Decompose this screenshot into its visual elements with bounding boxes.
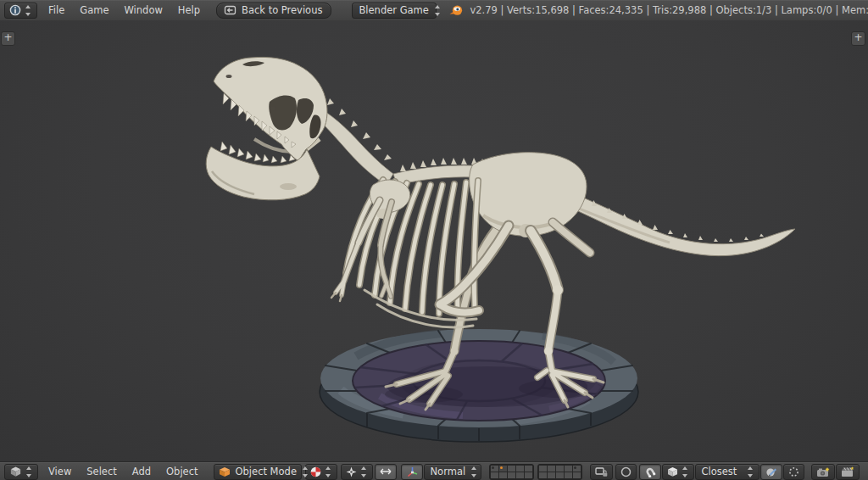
expand-toolshelf-button[interactable]: + — [1, 31, 15, 46]
menu-view[interactable]: View — [41, 466, 79, 477]
snap-element-dropdown[interactable] — [662, 464, 694, 480]
back-button-label: Back to Previous — [240, 4, 324, 16]
layer-cell-7[interactable] — [548, 472, 555, 478]
layer-cell-3[interactable] — [556, 466, 564, 472]
blender-logo-icon — [448, 4, 464, 17]
editor-type-selector-bottom[interactable] — [4, 464, 38, 480]
menu-select[interactable]: Select — [79, 466, 124, 477]
info-header: File Game Window Help Back to Previous B… — [0, 0, 868, 21]
dropdown-arrows-icon — [434, 5, 442, 16]
mode-dropdown[interactable]: Object Mode — [214, 464, 302, 480]
layer-cell-5[interactable] — [525, 466, 532, 472]
dropdown-arrows-icon — [682, 466, 689, 477]
orientation-value: Normal — [429, 466, 468, 477]
layer-cell-6[interactable] — [539, 472, 547, 478]
editor-info-icon — [9, 4, 21, 16]
transform-manipulator-toggle[interactable] — [401, 464, 423, 480]
opengl-render-anim-icon — [841, 466, 854, 477]
editor-3d-view-icon — [9, 466, 22, 477]
dropdown-arrows-icon — [747, 466, 754, 477]
layer-cell-4[interactable] — [565, 466, 572, 472]
layer-cell-1[interactable] — [539, 466, 547, 472]
opengl-render-image-button[interactable] — [811, 464, 835, 480]
expand-properties-button[interactable]: + — [851, 31, 865, 46]
layer-cell-5[interactable] — [573, 466, 581, 472]
snap-element-icon — [667, 466, 678, 477]
snap-align-rotation-button[interactable] — [783, 464, 804, 480]
proportional-edit-button[interactable] — [615, 464, 637, 480]
viewport-scene — [0, 20, 868, 461]
layer-cell-7[interactable] — [499, 472, 507, 478]
menu-file[interactable]: File — [41, 4, 72, 16]
layer-cell-9[interactable] — [516, 472, 524, 478]
stone-pedestal — [320, 329, 638, 442]
back-to-previous-button[interactable]: Back to Previous — [216, 3, 331, 19]
pivot-point-dropdown[interactable] — [341, 464, 373, 480]
dropdown-arrows-icon — [360, 466, 368, 477]
layer-cell-1[interactable] — [491, 466, 498, 472]
layers-widget — [489, 464, 582, 480]
trex-ribcage — [346, 180, 478, 327]
dropdown-arrows-icon — [325, 466, 332, 477]
editor-type-selector-top[interactable] — [4, 3, 37, 19]
proportional-edit-icon — [620, 466, 632, 477]
snap-self-button[interactable] — [760, 464, 782, 480]
menu-game[interactable]: Game — [72, 4, 116, 16]
snap-target-dropdown[interactable]: Closest — [695, 464, 760, 480]
snap-magnet-icon — [644, 466, 656, 477]
dropdown-arrows-icon — [25, 466, 33, 477]
dropdown-arrows-icon — [470, 466, 478, 477]
layer-cell-8[interactable] — [556, 472, 564, 478]
3d-viewport[interactable]: + + — [0, 20, 868, 461]
object-mode-cube-icon — [219, 466, 231, 477]
render-engine-dropdown[interactable]: Blender Game — [352, 3, 437, 19]
blender-window: File Game Window Help Back to Previous B… — [0, 0, 868, 480]
snap-self-icon — [765, 466, 777, 477]
opengl-render-image-icon — [816, 466, 830, 477]
viewport-header: View Select Add Object Object Mode — [0, 461, 868, 480]
layer-cell-2[interactable] — [548, 466, 555, 472]
layer-cell-6[interactable] — [491, 472, 498, 478]
layer-cell-10[interactable] — [573, 472, 581, 478]
transform-manipulator-icon — [406, 466, 418, 477]
snap-target-value: Closest — [700, 466, 739, 477]
back-icon — [224, 5, 236, 15]
menu-add[interactable]: Add — [125, 466, 159, 477]
expand-region-icon: + — [3, 31, 12, 43]
layers-block-2 — [537, 464, 582, 480]
menu-help[interactable]: Help — [170, 4, 208, 16]
layer-cell-10[interactable] — [525, 472, 532, 478]
scene-lock-button[interactable] — [590, 464, 613, 480]
trex-skull — [206, 57, 327, 199]
mode-value: Object Mode — [234, 466, 298, 477]
scene-lock-icon — [595, 466, 608, 477]
manipulate-centers-icon — [380, 467, 392, 476]
layer-cell-8[interactable] — [508, 472, 515, 478]
expand-region-icon: + — [854, 31, 862, 43]
layer-cell-3[interactable] — [508, 466, 515, 472]
menu-window[interactable]: Window — [117, 4, 170, 16]
layer-cell-4[interactable] — [516, 466, 524, 472]
manipulate-centers-toggle[interactable] — [375, 464, 397, 480]
layer-cell-9[interactable] — [565, 472, 572, 478]
pivot-point-icon — [346, 466, 357, 477]
layer-cell-2[interactable] — [499, 466, 507, 472]
snap-align-rotation-icon — [788, 466, 799, 477]
engine-value: Blender Game — [357, 4, 430, 16]
dropdown-arrows-icon — [25, 5, 32, 16]
opengl-render-animation-button[interactable] — [836, 464, 860, 480]
viewport-shading-dropdown[interactable] — [305, 464, 337, 480]
dropdown-arrows-icon — [302, 466, 309, 477]
viewport-shading-icon — [310, 466, 321, 477]
menu-object[interactable]: Object — [159, 466, 205, 477]
transform-orientation-dropdown[interactable]: Normal — [424, 464, 481, 480]
layers-block-1 — [489, 464, 534, 480]
scene-statistics: v2.79 | Verts:15,698 | Faces:24,335 | Tr… — [470, 4, 868, 16]
snap-toggle-button[interactable] — [639, 464, 661, 480]
